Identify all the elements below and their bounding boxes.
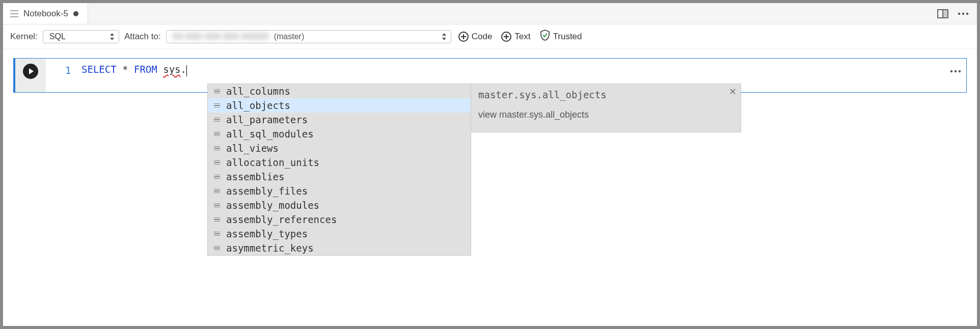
list-lines-icon [214,246,221,251]
autocomplete-item[interactable]: assembly_types [208,227,471,241]
tab-title: Notebook-5 [23,9,68,19]
run-cell-button[interactable] [23,64,38,79]
attach-label: Attach to: [124,32,161,42]
autocomplete-item[interactable]: allocation_units [208,155,471,170]
autocomplete-list[interactable]: all_columnsall_objectsall_parametersall_… [207,84,471,256]
trusted-label: Trusted [553,32,582,42]
autocomplete-item-label: assembly_types [226,228,308,239]
autocomplete-item[interactable]: asymmetric_keys [208,241,471,255]
autocomplete-item-label: assembly_files [226,185,308,197]
list-lines-icon [214,89,221,94]
kernel-label: Kernel: [10,32,38,42]
autocomplete-item-label: all_columns [226,86,290,97]
add-code-button[interactable]: Code [456,31,495,43]
autocomplete-item[interactable]: all_views [208,141,471,155]
svg-marker-9 [110,33,114,36]
text-cursor [186,65,187,76]
autocomplete-item[interactable]: assembly_modules [208,198,471,212]
autocomplete-item[interactable]: assemblies [208,170,471,184]
svg-point-13 [950,70,952,72]
editor-area: 1 SELECT * FROM sys. all_columnsall_obje… [3,49,977,102]
app-window: Notebook-5 Kernel: SQL Attach to: XX XXX… [3,3,977,326]
split-editor-button[interactable] [935,6,950,21]
notebook-toolbar: Kernel: SQL Attach to: XX XXX XXX XXX XX… [3,24,977,49]
line-number: 1 [65,65,71,76]
autocomplete-item[interactable]: all_parameters [208,113,471,127]
list-lines-icon [214,103,221,108]
autocomplete-item[interactable]: all_objects [208,98,471,113]
code-line: SELECT * FROM sys. [53,64,959,75]
autocomplete-item-label: asymmetric_keys [226,242,314,254]
autocomplete-item-label: all_views [226,143,279,154]
attach-select[interactable]: XX XXX XXX XXX XXXXX (master) [166,30,451,43]
plus-circle-icon [501,32,511,42]
autocomplete-item[interactable]: all_sql_modules [208,127,471,141]
add-text-button[interactable]: Text [499,31,532,43]
autocomplete-item-label: assembly_modules [226,200,319,211]
list-lines-icon [214,217,221,222]
autocomplete-item-label: assemblies [226,171,284,182]
list-lines-icon [214,189,221,194]
svg-point-14 [955,70,957,72]
autocomplete-item[interactable]: assembly_files [208,184,471,198]
dirty-indicator-icon [73,11,78,16]
autocomplete-popup: all_columnsall_objectsall_parametersall_… [207,84,741,256]
close-detail-button[interactable]: ✕ [729,86,737,97]
select-arrows-icon [442,33,447,40]
svg-point-8 [966,12,968,14]
more-actions-button[interactable] [956,6,971,21]
kernel-value: SQL [49,32,66,41]
play-icon [29,68,34,74]
svg-point-7 [962,12,964,14]
autocomplete-item-label: all_sql_modules [226,128,314,140]
add-text-label: Text [514,32,530,42]
cell-gutter [15,59,46,92]
tabbar-actions [929,3,977,24]
notebook-icon [10,10,18,17]
attach-suffix: (master) [274,32,305,41]
svg-point-6 [958,12,960,14]
autocomplete-detail-title: master.sys.all_objects [478,89,733,100]
svg-point-15 [959,70,961,72]
autocomplete-item-label: all_objects [226,100,290,111]
svg-marker-11 [442,33,446,36]
autocomplete-item-label: all_parameters [226,114,308,125]
autocomplete-item[interactable]: assembly_references [208,212,471,227]
autocomplete-item[interactable]: all_columns [208,84,471,98]
autocomplete-item-label: allocation_units [226,157,319,168]
svg-rect-5 [943,10,947,17]
tab-notebook[interactable]: Notebook-5 [3,3,88,24]
autocomplete-item-label: assembly_references [226,214,337,225]
tab-bar: Notebook-5 [3,3,977,24]
plus-circle-icon [458,32,469,42]
svg-marker-10 [110,38,114,40]
add-code-label: Code [472,32,493,42]
list-lines-icon [214,118,221,122]
list-lines-icon [214,146,221,151]
list-lines-icon [214,232,221,236]
select-arrows-icon [110,33,115,40]
list-lines-icon [214,203,221,208]
svg-marker-12 [442,38,446,40]
list-lines-icon [214,175,221,179]
list-lines-icon [214,160,221,165]
autocomplete-detail: ✕ master.sys.all_objects view master.sys… [471,84,741,132]
shield-icon [540,30,550,43]
autocomplete-detail-body: view master.sys.all_objects [478,109,733,120]
kernel-select[interactable]: SQL [43,30,119,43]
attach-value-obscured: XX XXX XXX XXX XXXXX [173,32,269,41]
list-lines-icon [214,132,221,136]
trusted-button[interactable]: Trusted [538,29,584,44]
cell-actions-button[interactable] [950,63,961,75]
